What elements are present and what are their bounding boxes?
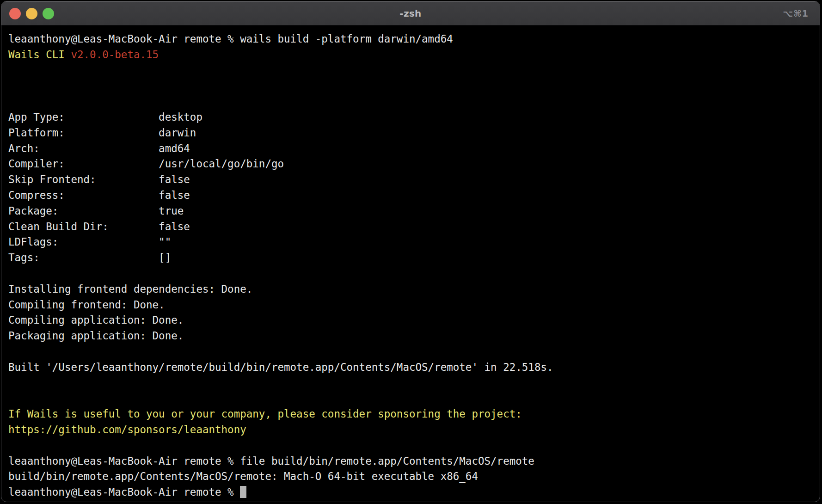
sponsor-url-line: https://github.com/sponsors/leaanthony	[8, 424, 246, 436]
config-row: Arch: amd64	[8, 142, 190, 154]
build-result-line: Built '/Users/leaanthony/remote/build/bi…	[8, 361, 553, 373]
terminal-text: Built '/Users/leaanthony/remote/build/bi…	[8, 361, 553, 373]
terminal-text: Compiling frontend: Done.	[8, 299, 165, 311]
window-title: -zsh	[399, 8, 421, 19]
terminal-text: Compress: false	[8, 189, 190, 201]
status-line: Packaging application: Done.	[8, 330, 184, 342]
config-row: App Type: desktop	[8, 111, 202, 123]
terminal-text: LDFlags: ""	[8, 236, 171, 248]
sponsor-message-line: If Wails is useful to you or your compan…	[8, 408, 522, 420]
file-output-line: build/bin/remote.app/Contents/MacOS/remo…	[8, 470, 478, 482]
terminal-text: https://github.com/sponsors/leaanthony	[8, 424, 246, 436]
prompt-current-line: leaanthony@Leas-MacBook-Air remote %	[8, 486, 246, 498]
terminal-text: Wails CLI	[8, 49, 71, 61]
status-line: Compiling frontend: Done.	[8, 299, 165, 311]
config-row: Clean Build Dir: false	[8, 221, 190, 233]
status-line: Installing frontend dependencies: Done.	[8, 283, 252, 295]
terminal-text: Compiler: /usr/local/go/bin/go	[8, 158, 284, 170]
config-row: Tags: []	[8, 252, 171, 264]
status-line: Compiling application: Done.	[8, 314, 184, 326]
prompt-build-line: leaanthony@Leas-MacBook-Air remote % wai…	[8, 33, 453, 45]
terminal-text: Platform: darwin	[8, 127, 196, 139]
terminal-window: -zsh ⌥⌘1 leaanthony@Leas-MacBook-Air rem…	[1, 1, 820, 502]
terminal-text: App Type: desktop	[8, 111, 202, 123]
terminal-output[interactable]: leaanthony@Leas-MacBook-Air remote % wai…	[1, 25, 820, 500]
terminal-text: If Wails is useful to you or your compan…	[8, 408, 522, 420]
terminal-text: leaanthony@Leas-MacBook-Air remote %	[8, 486, 240, 498]
window-titlebar[interactable]: -zsh ⌥⌘1	[1, 1, 820, 25]
terminal-text: leaanthony@Leas-MacBook-Air remote % wai…	[8, 33, 453, 45]
text-cursor	[240, 486, 246, 498]
terminal-text: Arch: amd64	[8, 142, 190, 154]
terminal-text: Packaging application: Done.	[8, 330, 184, 342]
config-row: LDFlags: ""	[8, 236, 171, 248]
terminal-text: Compiling application: Done.	[8, 314, 184, 326]
config-row: Skip Frontend: false	[8, 173, 190, 185]
terminal-text: Clean Build Dir: false	[8, 221, 190, 233]
close-button[interactable]	[9, 8, 21, 19]
terminal-text: Installing frontend dependencies: Done.	[8, 283, 252, 295]
tab-shortcut-hint: ⌥⌘1	[783, 1, 809, 25]
terminal-text: v2.0.0-beta.15	[71, 49, 159, 61]
config-row: Compiler: /usr/local/go/bin/go	[8, 158, 284, 170]
prompt-file-line: leaanthony@Leas-MacBook-Air remote % fil…	[8, 455, 534, 467]
terminal-text: build/bin/remote.app/Contents/MacOS/remo…	[8, 470, 478, 482]
wails-version-line: Wails CLI v2.0.0-beta.15	[8, 49, 159, 61]
config-row: Package: true	[8, 205, 184, 217]
minimize-button[interactable]	[26, 8, 37, 19]
terminal-text: Package: true	[8, 205, 184, 217]
traffic-lights	[9, 1, 54, 25]
zoom-button[interactable]	[43, 8, 54, 19]
config-row: Compress: false	[8, 189, 190, 201]
terminal-text: Tags: []	[8, 252, 171, 264]
config-row: Platform: darwin	[8, 127, 196, 139]
terminal-text: Skip Frontend: false	[8, 173, 190, 185]
terminal-text: leaanthony@Leas-MacBook-Air remote % fil…	[8, 455, 534, 467]
